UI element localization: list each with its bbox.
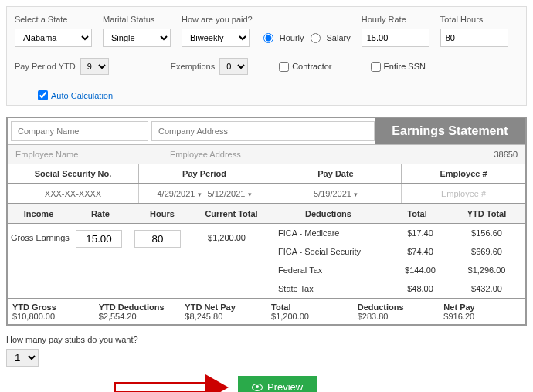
- hdr-employee-no: Employee #: [402, 164, 525, 183]
- preview-label: Preview: [267, 381, 303, 392]
- contractor-label: Contractor: [292, 62, 331, 71]
- company-name-input[interactable]: [11, 121, 148, 141]
- pp-start[interactable]: 4/29/2021 ▾: [158, 189, 202, 198]
- hourly-radio-label: Hourly: [280, 33, 304, 42]
- ded-name: Federal Tax: [273, 265, 389, 275]
- preview-button[interactable]: Preview: [238, 376, 317, 392]
- sum-total-v: $1,200.00: [271, 312, 348, 321]
- col-current-total: Current Total: [193, 204, 270, 223]
- marital-label: Marital Status: [103, 15, 171, 24]
- pp-end[interactable]: 5/12/2021 ▾: [208, 189, 252, 198]
- ded-total: $74.40: [389, 247, 451, 256]
- rate-label: Hourly Rate: [362, 15, 429, 24]
- employee-address-field[interactable]: Employee Address: [162, 145, 463, 164]
- col-income: Income: [8, 204, 70, 223]
- val-ssn: XXX-XX-XXXX: [8, 184, 139, 203]
- ded-total: $48.00: [389, 284, 451, 293]
- ded-name: FICA - Social Security: [273, 247, 389, 256]
- company-address-input[interactable]: [151, 121, 375, 141]
- earn-rate-input[interactable]: [76, 230, 122, 248]
- sum-net-v: $916.20: [443, 312, 521, 321]
- ded-ytd: $669.60: [451, 247, 522, 256]
- employee-name-field[interactable]: Employee Name: [8, 145, 162, 164]
- exemptions-label: Exemptions: [171, 62, 215, 71]
- auto-checkbox[interactable]: [38, 90, 48, 100]
- sum-ytd-gross-v: $10,800.00: [12, 312, 90, 321]
- salary-radio[interactable]: [311, 33, 321, 43]
- exemptions-select[interactable]: 0: [219, 58, 248, 75]
- earn-hours-input[interactable]: [134, 230, 181, 248]
- ded-ytd: $1,296.00: [451, 265, 522, 275]
- col-ytd-total: YTD Total: [448, 204, 525, 223]
- salary-radio-label: Salary: [327, 33, 351, 42]
- ded-ytd: $156.60: [451, 228, 522, 238]
- earnings-statement: Earnings Statement Employee Name Employe…: [6, 117, 527, 326]
- arrow-icon: [114, 377, 238, 393]
- hours-input[interactable]: [440, 29, 508, 47]
- sum-ytd-ded-v: $2,554.20: [99, 312, 176, 321]
- sum-ded-v: $283.80: [358, 312, 435, 321]
- eye-icon: [252, 384, 263, 391]
- pp-ytd-select[interactable]: 9: [80, 58, 109, 75]
- ded-total: $144.00: [389, 265, 451, 275]
- ded-name: FICA - Medicare: [273, 228, 389, 238]
- hdr-ssn: Social Security No.: [8, 164, 139, 183]
- paid-select[interactable]: Biweekly: [182, 29, 250, 47]
- earn-current-total: $1,200.00: [187, 230, 266, 242]
- ded-ytd: $432.00: [451, 284, 522, 293]
- hourly-radio[interactable]: [263, 33, 273, 43]
- state-select[interactable]: Alabama: [15, 29, 92, 47]
- col-total: Total: [386, 204, 448, 223]
- rate-input[interactable]: [362, 29, 429, 47]
- stub-count-select[interactable]: 1: [6, 349, 39, 367]
- employee-id: 38650: [463, 145, 525, 164]
- ssn-label: Entire SSN: [384, 62, 426, 71]
- state-label: Select a State: [15, 15, 92, 24]
- pp-ytd-label: Pay Period YTD: [15, 62, 76, 71]
- settings-panel: Select a State Alabama Marital Status Si…: [6, 6, 527, 106]
- val-employee-no[interactable]: Employee #: [402, 184, 525, 203]
- sum-net-l: Net Pay: [443, 302, 521, 312]
- hdr-pay-period: Pay Period: [139, 164, 270, 183]
- statement-title: Earnings Statement: [375, 118, 525, 144]
- marital-select[interactable]: Single: [103, 29, 171, 47]
- auto-label: Auto Calculation: [51, 91, 113, 100]
- sum-ytd-net-l: YTD Net Pay: [185, 302, 262, 312]
- contractor-checkbox[interactable]: [279, 62, 289, 72]
- col-deductions: Deductions: [270, 204, 386, 223]
- ded-total: $17.40: [389, 228, 451, 238]
- val-pay-date[interactable]: 5/19/2021 ▾: [270, 184, 402, 203]
- sum-ytd-ded-l: YTD Deductions: [99, 302, 176, 312]
- sum-ytd-gross-l: YTD Gross: [12, 302, 90, 312]
- ssn-checkbox[interactable]: [371, 62, 381, 72]
- ded-name: State Tax: [273, 284, 389, 293]
- sum-ytd-net-v: $8,245.80: [185, 312, 262, 321]
- deductions-list: FICA - Medicare$17.40$156.60 FICA - Soci…: [270, 224, 525, 298]
- col-hours: Hours: [131, 204, 193, 223]
- stub-count-question: How many pay stubs do you want?: [6, 335, 527, 344]
- sum-total-l: Total: [271, 302, 348, 312]
- col-rate: Rate: [70, 204, 131, 223]
- hdr-pay-date: Pay Date: [270, 164, 402, 183]
- hours-label: Total Hours: [440, 15, 508, 24]
- gross-earnings-label: Gross Earnings: [11, 230, 70, 242]
- sum-ded-l: Deductions: [358, 302, 435, 312]
- paid-label: How are you paid?: [182, 15, 253, 24]
